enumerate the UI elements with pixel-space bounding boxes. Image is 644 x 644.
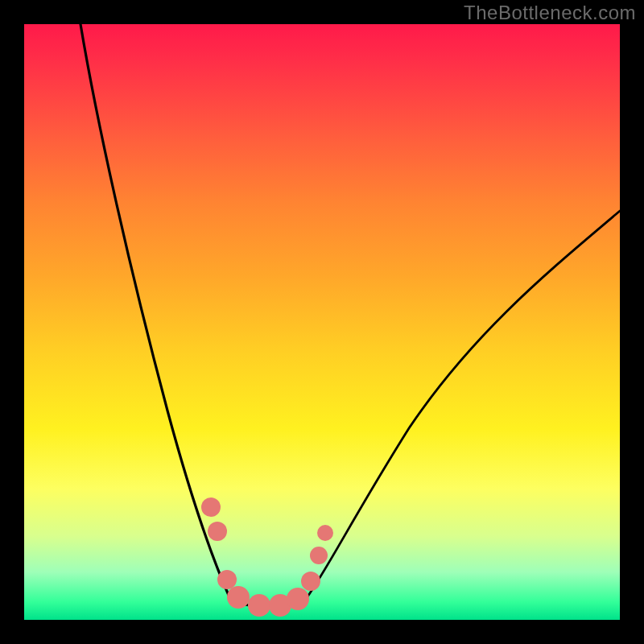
- beads: [201, 497, 333, 617]
- bead-5: [248, 594, 270, 617]
- bead-4: [227, 586, 250, 609]
- bead-1: [201, 497, 221, 517]
- bead-7: [287, 588, 309, 610]
- bead-8: [301, 572, 320, 591]
- bead-2: [208, 522, 227, 541]
- bottleneck-plot: [24, 24, 620, 620]
- bead-10: [317, 525, 333, 541]
- chart-area: [24, 24, 620, 620]
- bead-3: [217, 570, 237, 589]
- right-curve: [306, 211, 620, 599]
- watermark-text: TheBottleneck.com: [464, 2, 636, 24]
- bead-9: [310, 547, 328, 564]
